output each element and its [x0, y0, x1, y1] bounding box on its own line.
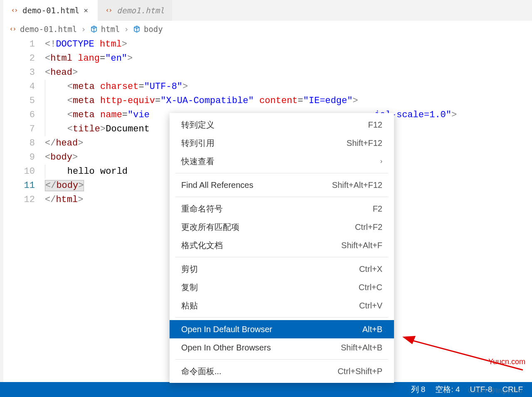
menu-item[interactable]: 粘贴Ctrl+V	[170, 296, 394, 315]
line-gutter: 123456789101112	[3, 37, 45, 397]
line-number: 6	[3, 108, 35, 122]
code-line[interactable]: <meta charset="UTF-8">	[45, 80, 532, 94]
breadcrumb-file-label: demo-01.html	[20, 25, 77, 34]
menu-item-label: Open In Default Browser	[181, 325, 272, 334]
menu-shortcut: Ctrl+V	[359, 301, 382, 311]
breadcrumb-file[interactable]: demo-01.html	[9, 25, 77, 34]
menu-item[interactable]: 格式化文档Shift+Alt+F	[170, 236, 394, 254]
breadcrumb: demo-01.html › html › body	[3, 21, 532, 37]
menu-item-label: 命令面板...	[181, 366, 222, 377]
menu-shortcut: Shift+Alt+B	[341, 343, 382, 353]
tabs: demo-01.html × demo1.html	[3, 0, 532, 21]
line-number: 2	[3, 52, 35, 66]
menu-item[interactable]: 转到定义F12	[170, 116, 394, 134]
menu-shortcut: Shift+F12	[347, 138, 382, 148]
line-number: 10	[3, 165, 35, 179]
chevron-right-icon: ›	[380, 158, 382, 165]
menu-item-label: 重命名符号	[181, 203, 223, 215]
activity-bar	[0, 0, 3, 397]
menu-item-label: 复制	[181, 282, 198, 293]
menu-item-label: 快速查看	[181, 156, 214, 167]
html-file-icon	[105, 7, 113, 14]
menu-item-label: 更改所有匹配项	[181, 222, 239, 233]
menu-item[interactable]: Open In Default BrowserAlt+B	[170, 320, 394, 338]
menu-item[interactable]: Open In Other BrowsersShift+Alt+B	[170, 338, 394, 357]
menu-item-label: 转到引用	[181, 138, 214, 149]
csdn-watermark: CSDN @lingqi1bu	[468, 387, 522, 395]
breadcrumb-symbol[interactable]: body	[133, 25, 163, 34]
menu-item-label: 转到定义	[181, 119, 214, 131]
menu-separator	[175, 359, 388, 360]
menu-separator	[175, 197, 388, 197]
line-number: 1	[3, 37, 35, 52]
chevron-right-icon: ›	[81, 25, 86, 34]
menu-shortcut: F2	[373, 204, 382, 214]
line-number: 4	[3, 80, 35, 94]
context-menu: 转到定义F12转到引用Shift+F12快速查看›Find All Refere…	[170, 113, 394, 383]
tab-label: demo1.html	[117, 6, 164, 15]
menu-separator	[175, 257, 388, 257]
menu-item[interactable]: 更改所有匹配项Ctrl+F2	[170, 218, 394, 236]
menu-shortcut: Ctrl+Shift+P	[337, 367, 382, 376]
breadcrumb-symbol-label: html	[101, 25, 120, 34]
html-file-icon	[9, 25, 17, 33]
menu-item-label: 格式化文档	[181, 240, 223, 251]
menu-item-label: Find All References	[181, 180, 253, 190]
code-line[interactable]: <head>	[45, 66, 532, 80]
menu-item[interactable]: Find All ReferencesShift+Alt+F12	[170, 176, 394, 194]
line-number: 12	[3, 193, 35, 207]
line-number: 9	[3, 150, 35, 165]
code-line[interactable]: <meta http-equiv="X-UA-Compatible" conte…	[45, 94, 532, 108]
chevron-right-icon: ›	[124, 25, 129, 34]
symbol-icon	[90, 25, 98, 33]
menu-shortcut: Ctrl+X	[359, 264, 382, 274]
line-number: 11	[3, 179, 35, 193]
menu-item-label: 剪切	[181, 264, 198, 275]
symbol-icon	[133, 25, 140, 33]
line-number: 8	[3, 136, 35, 150]
menu-item[interactable]: 重命名符号F2	[170, 200, 394, 218]
status-column[interactable]: 列 8	[411, 384, 426, 395]
menu-shortcut: Alt+B	[362, 325, 382, 334]
menu-shortcut: Ctrl+F2	[355, 222, 382, 232]
status-bar: 列 8 空格: 4 UTF-8 CRLF	[0, 382, 532, 397]
breadcrumb-symbol-label: body	[144, 25, 163, 34]
menu-shortcut: Shift+Alt+F12	[332, 180, 382, 190]
menu-separator	[175, 317, 388, 318]
line-number: 3	[3, 66, 35, 80]
menu-shortcut: F12	[368, 120, 382, 130]
tab-inactive[interactable]: demo1.html	[98, 0, 172, 21]
breadcrumb-symbol[interactable]: html	[90, 25, 120, 34]
tab-active[interactable]: demo-01.html ×	[3, 0, 98, 21]
menu-item-label: Open In Other Browsers	[181, 343, 271, 353]
menu-shortcut: Ctrl+C	[359, 283, 382, 292]
line-number: 7	[3, 122, 35, 136]
code-line[interactable]: <html lang="en">	[45, 52, 532, 66]
menu-item[interactable]: 转到引用Shift+F12	[170, 134, 394, 152]
close-icon[interactable]: ×	[84, 7, 90, 14]
line-number: 5	[3, 94, 35, 108]
site-watermark: Yuucn.com	[488, 358, 525, 366]
code-line[interactable]: <!DOCTYPE html>	[45, 37, 532, 52]
menu-item[interactable]: 复制Ctrl+C	[170, 278, 394, 296]
html-file-icon	[11, 7, 18, 14]
status-spaces[interactable]: 空格: 4	[435, 384, 460, 395]
menu-separator	[175, 173, 388, 173]
menu-shortcut: Shift+Alt+F	[341, 241, 382, 250]
menu-item[interactable]: 命令面板...Ctrl+Shift+P	[170, 362, 394, 380]
menu-item[interactable]: 剪切Ctrl+X	[170, 260, 394, 278]
menu-item[interactable]: 快速查看›	[170, 152, 394, 170]
tab-label: demo-01.html	[22, 6, 79, 15]
menu-item-label: 粘贴	[181, 300, 198, 311]
